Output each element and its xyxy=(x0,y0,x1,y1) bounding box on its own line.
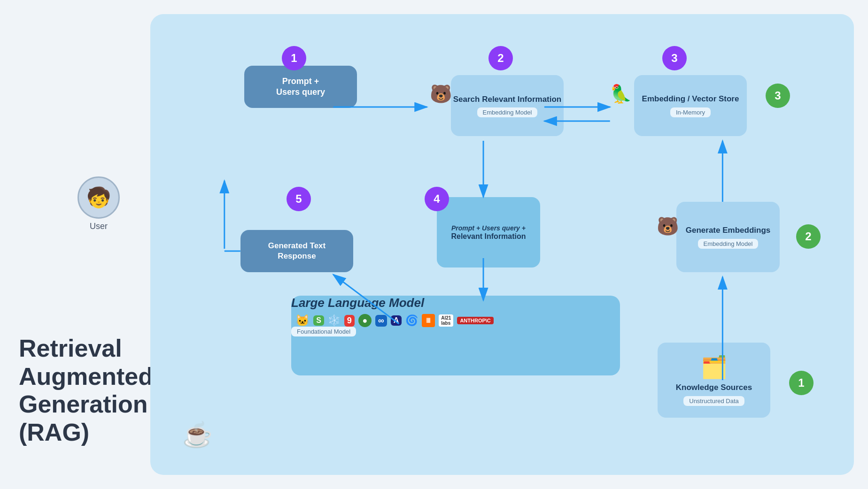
llm-brands: 🐱 S ❄️ 9 ● ∞ A 🌀 Ⅲ AI21labs ANTHROP\C xyxy=(291,314,498,327)
bear-emoji-2: 🐻 xyxy=(657,216,679,237)
coffee-icon: ☕ xyxy=(182,420,213,449)
green-3-circle: 3 xyxy=(766,84,790,108)
diagram-area: 1 Prompt + Users query 2 🐻 Search Releva… xyxy=(150,14,854,475)
user-avatar: 🧒 xyxy=(78,176,120,219)
step-3-circle: 3 xyxy=(662,46,687,70)
left-panel: 🧒 User Retrieval Augmented Generation (R… xyxy=(14,14,150,475)
embedding-vector-box: Embedding / Vector Store In-Memory xyxy=(634,75,747,136)
step-4-circle: 4 xyxy=(425,187,449,211)
knowledge-sources-box: 🗂️ Knowledge Sources Unstructured Data xyxy=(658,343,770,418)
search-relevant-box: Search Relevant Information Embedding Mo… xyxy=(451,75,564,136)
main-container: 🧒 User Retrieval Augmented Generation (R… xyxy=(14,14,854,475)
llm-title: Large Language Model xyxy=(291,296,620,310)
bear-emoji-1: 🐻 xyxy=(430,84,452,104)
llm-sublabel: Foundational Model xyxy=(291,327,356,336)
parrot-emoji: 🦜 xyxy=(610,84,632,104)
green-2-circle: 2 xyxy=(796,224,821,249)
generated-text-box: Generated Text Response xyxy=(240,230,353,272)
llm-box: Large Language Model 🐱 S ❄️ 9 ● ∞ A 🌀 Ⅲ … xyxy=(291,296,620,375)
step-5-circle: 5 xyxy=(287,187,311,211)
user-label: User xyxy=(90,222,108,231)
step-2-circle: 2 xyxy=(488,46,513,70)
page-title: Retrieval Augmented Generation (RAG) xyxy=(19,335,150,447)
green-1-circle: 1 xyxy=(789,371,814,395)
user-section: 🧒 User xyxy=(33,176,164,231)
prompt-users-box: Prompt + Users query xyxy=(244,66,357,108)
folder-icon: 🗂️ xyxy=(701,354,728,380)
generate-embeddings-box: Generate Embeddings Embedding Model xyxy=(676,202,780,272)
prompt-combined-box: Prompt + Users query + Relevant Informat… xyxy=(437,197,540,267)
step-1-circle: 1 xyxy=(282,46,306,70)
